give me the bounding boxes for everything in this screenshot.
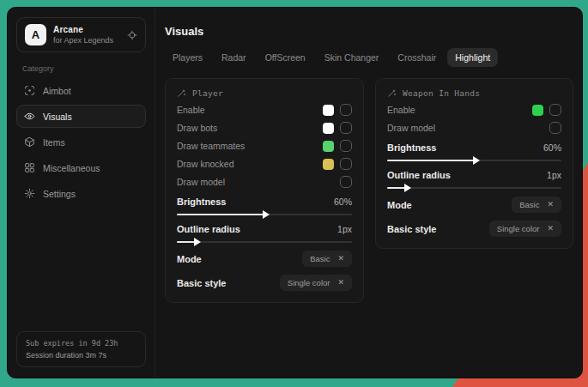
gear-icon	[24, 188, 35, 199]
slider-label-row: Outline radius1px	[177, 224, 352, 234]
toggle-controls	[323, 140, 352, 152]
color-swatch[interactable]	[323, 159, 334, 170]
slider-value: 1px	[547, 170, 561, 180]
toggle-row: Draw knocked	[177, 158, 352, 170]
chip-value: Single color	[288, 278, 330, 287]
wand-icon	[387, 88, 397, 98]
checkbox[interactable]	[340, 158, 352, 170]
sidebar-item-miscellaneous[interactable]: Miscellaneous	[16, 156, 146, 179]
slider-group-outline-radius: Outline radius1px	[387, 170, 561, 189]
cube-icon	[24, 136, 35, 148]
app-text: Arcane for Apex Legends	[53, 25, 113, 45]
slider-thumb[interactable]	[473, 156, 480, 165]
slider-label-row: Brightness60%	[387, 142, 561, 153]
selected-option-chip[interactable]: Basic✕	[302, 251, 352, 267]
select-label: Mode	[387, 200, 412, 210]
tab-players[interactable]: Players	[165, 48, 210, 67]
select-label: Mode	[177, 254, 202, 264]
app-title: Arcane	[53, 25, 113, 34]
sidebar-item-items[interactable]: Items	[16, 130, 146, 154]
select-row-basic-style: Basic styleSingle color✕	[387, 221, 561, 237]
select-label: Basic style	[177, 278, 226, 288]
chip-value: Single color	[497, 224, 540, 233]
tab-crosshair[interactable]: Crosshair	[390, 48, 444, 67]
checkbox[interactable]	[549, 122, 561, 134]
toggle-label: Draw teammates	[177, 141, 245, 151]
x-icon[interactable]: ✕	[547, 225, 554, 233]
toggle-row: Draw teammates	[177, 140, 352, 152]
slider-fill	[177, 241, 196, 243]
color-swatch[interactable]	[323, 105, 334, 116]
sidebar-item-visuals[interactable]: Visuals	[16, 105, 146, 128]
checkbox[interactable]	[340, 140, 352, 152]
toggle-controls	[549, 122, 561, 134]
panel-title: Player	[192, 88, 223, 98]
slider-fill	[387, 187, 406, 189]
selected-option-chip[interactable]: Basic✕	[512, 197, 561, 213]
color-swatch[interactable]	[323, 123, 334, 134]
toggle-row: Enable	[177, 104, 352, 116]
category-label: Category	[22, 64, 140, 73]
toggle-label: Draw knocked	[177, 159, 234, 169]
sidebar-item-label: Settings	[43, 189, 76, 199]
sidebar-item-aimbot[interactable]: Aimbot	[16, 79, 146, 102]
checkbox[interactable]	[340, 104, 352, 116]
selected-option-chip[interactable]: Single color✕	[489, 221, 561, 237]
slider-group-brightness: Brightness60%	[387, 142, 561, 161]
session-duration-text: Session duration 3m 7s	[26, 351, 136, 360]
slider-value: 60%	[543, 142, 561, 153]
checkbox[interactable]	[340, 176, 352, 188]
slider-thumb[interactable]	[194, 238, 201, 246]
select-label: Basic style	[387, 224, 436, 234]
sidebar-item-label: Items	[43, 137, 65, 148]
chip-value: Basic	[519, 200, 539, 209]
slider-thumb[interactable]	[404, 184, 411, 192]
slider-track[interactable]	[387, 187, 561, 189]
sidebar-item-label: Aimbot	[43, 86, 71, 96]
panel-header: Weapon In Hands	[387, 88, 561, 98]
toggle-controls	[340, 176, 352, 188]
slider-track[interactable]	[387, 160, 561, 161]
toggle-label: Draw model	[387, 123, 435, 133]
select-row-mode: ModeBasic✕	[387, 197, 561, 213]
chip-value: Basic	[310, 254, 330, 263]
x-icon[interactable]: ✕	[337, 279, 344, 287]
panel-title: Weapon In Hands	[403, 88, 480, 98]
toggle-row: Draw model	[387, 122, 561, 134]
slider-track[interactable]	[177, 214, 352, 215]
selected-option-chip[interactable]: Single color✕	[280, 275, 352, 291]
x-icon[interactable]: ✕	[337, 255, 344, 263]
slider-label: Outline radius	[387, 170, 451, 180]
color-swatch[interactable]	[323, 141, 334, 152]
select-row-mode: ModeBasic✕	[177, 251, 352, 267]
sidebar-item-label: Visuals	[43, 112, 72, 122]
sidebar-nav: AimbotVisualsItemsMiscellaneousSettings	[16, 79, 146, 208]
x-icon[interactable]: ✕	[547, 201, 554, 209]
app-subtitle: for Apex Legends	[53, 36, 113, 45]
slider-thumb[interactable]	[263, 210, 270, 219]
color-swatch[interactable]	[532, 105, 543, 116]
page-title: Visuals	[165, 25, 573, 38]
target-icon[interactable]	[127, 30, 137, 40]
slider-label: Outline radius	[177, 224, 240, 234]
panel-player: PlayerEnableDraw botsDraw teammatesDraw …	[165, 78, 364, 303]
slider-value: 1px	[337, 224, 352, 234]
toggle-row: Draw model	[177, 176, 352, 188]
sidebar-item-settings[interactable]: Settings	[16, 182, 146, 205]
tab-radar[interactable]: Radar	[214, 48, 254, 67]
slider-label-row: Outline radius1px	[387, 170, 561, 180]
checkbox[interactable]	[549, 104, 561, 116]
toggle-label: Enable	[387, 105, 415, 115]
toggle-controls	[323, 122, 352, 134]
main-content: Visuals PlayersRadarOffScreenSkin Change…	[155, 8, 583, 378]
tab-highlight[interactable]: Highlight	[447, 48, 498, 67]
panels: PlayerEnableDraw botsDraw teammatesDraw …	[165, 78, 573, 303]
toggle-controls	[323, 104, 352, 116]
tab-offscreen[interactable]: OffScreen	[258, 48, 313, 67]
slider-track[interactable]	[177, 241, 352, 243]
panel-header: Player	[177, 88, 352, 98]
checkbox[interactable]	[340, 122, 352, 134]
select-row-basic-style: Basic styleSingle color✕	[177, 275, 352, 291]
tab-skin-changer[interactable]: Skin Changer	[317, 48, 387, 67]
wand-icon	[177, 88, 186, 98]
